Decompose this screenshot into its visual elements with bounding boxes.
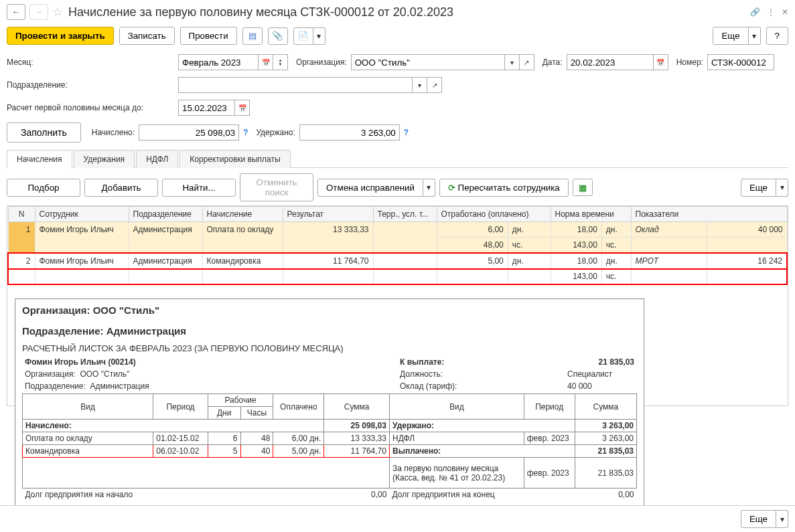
calc-calendar-icon[interactable]: 📅 [235, 100, 250, 116]
org-dropdown-icon[interactable]: ▾ [505, 54, 520, 70]
h-days: Дни [208, 407, 240, 420]
col-emp[interactable]: Сотрудник [35, 207, 129, 222]
h-vid: Вид [23, 394, 153, 420]
help-button[interactable]: ? [766, 27, 788, 45]
h-period: Период [153, 394, 208, 420]
paid-line-name: За первую половину месяца (Касса, вед. №… [389, 458, 524, 489]
table-row[interactable]: 2 Фомин Игорь Ильич Администрация Команд… [8, 253, 787, 269]
accrued-input[interactable] [139, 124, 239, 141]
cell-worked-d: 5,00 [437, 253, 508, 269]
org-input[interactable] [351, 54, 505, 70]
h-period2: Период [524, 394, 575, 420]
cell-norm-d: 18,00 [551, 222, 601, 238]
fill-button[interactable]: Заполнить [7, 122, 81, 143]
cell-terr [373, 222, 437, 254]
grid-settings-button[interactable]: ▦ [573, 179, 593, 196]
payslip-pos-value: Специалист [567, 369, 612, 379]
nav-back-button[interactable]: ← [7, 4, 25, 20]
col-dept[interactable]: Подразделение [129, 207, 202, 222]
ndfl-sum: 3 263,00 [575, 432, 636, 445]
grid-more-button[interactable]: Еще [741, 179, 776, 197]
number-input[interactable] [707, 54, 774, 70]
cell-norm-hu: чс. [601, 269, 631, 285]
payslip-topay-label: К выплате: [400, 357, 444, 367]
h-paid: Оплачено [273, 394, 324, 420]
cell-worked-hu [508, 269, 551, 285]
cell-empty [707, 269, 787, 285]
footer-more-button[interactable]: Еще [741, 510, 776, 528]
month-input[interactable] [178, 54, 259, 70]
write-button[interactable]: Записать [119, 27, 175, 45]
select-button[interactable]: Подбор [7, 179, 80, 197]
paperclip-icon: 📎 [272, 31, 283, 41]
withheld-total: 3 263,00 [602, 421, 634, 430]
star-icon[interactable]: ☆ [52, 5, 63, 19]
cell-dept: Администрация [129, 222, 202, 254]
submit-button[interactable]: Провести [180, 27, 237, 45]
date-calendar-icon[interactable]: 📅 [654, 54, 668, 70]
number-label: Номер: [676, 58, 703, 67]
col-ind[interactable]: Показатели [631, 207, 787, 222]
tab-corrections[interactable]: Корректировки выплаты [179, 150, 290, 168]
toolbar-more-button[interactable]: Еще [713, 27, 748, 45]
link-icon[interactable]: 🔗 [750, 7, 760, 17]
org-open-icon[interactable]: ↗ [520, 54, 534, 70]
nav-forward-button[interactable]: → [29, 4, 48, 20]
add-button[interactable]: Добавить [84, 179, 158, 197]
cancel-fix-button[interactable]: Отмена исправлений [317, 179, 423, 197]
dept-input[interactable] [178, 77, 413, 93]
date-input[interactable] [567, 54, 654, 70]
cancel-fix-dropdown[interactable]: ▾ [423, 179, 435, 197]
find-button[interactable]: Найти... [162, 179, 236, 197]
tab-ndfl[interactable]: НДФЛ [136, 150, 178, 168]
kebab-icon[interactable]: ⋮ [767, 7, 775, 17]
col-n[interactable]: N [8, 207, 35, 222]
month-calendar-icon[interactable]: 📅 [259, 54, 273, 70]
recalc-button[interactable]: ⟳ Пересчитать сотрудника [439, 179, 569, 197]
tab-accruals[interactable]: Начисления [7, 150, 72, 168]
h-vid2: Вид [389, 394, 524, 420]
debt-end: Долг предприятия на конец [389, 489, 575, 501]
line1-paid: 6,00 дн. [273, 432, 324, 445]
toolbar-more-dropdown[interactable]: ▾ [749, 27, 761, 45]
template-icon-button[interactable]: 📄 [293, 27, 313, 45]
cell-norm-hu: чс. [601, 238, 631, 254]
table-icon: ▦ [579, 183, 587, 193]
accruals-table[interactable]: N Сотрудник Подразделение Начисление Рез… [7, 206, 788, 285]
attach-icon-button[interactable]: 📎 [268, 27, 288, 45]
dept-dropdown-icon[interactable]: ▾ [413, 77, 427, 93]
footer-more-dropdown[interactable]: ▾ [776, 510, 788, 528]
line2-h: 40 [240, 445, 273, 458]
cell-empty [631, 269, 707, 285]
close-icon[interactable]: ✕ [782, 7, 788, 17]
col-norm[interactable]: Норма времени [551, 207, 631, 222]
cell-ind-val: 16 242 [707, 253, 787, 269]
cell-worked-h: 48,00 [437, 238, 508, 254]
report-icon-button[interactable]: ▤ [242, 27, 263, 45]
col-worked[interactable]: Отработано (оплачено) [437, 207, 551, 222]
template-dropdown[interactable]: ▾ [313, 27, 326, 45]
withheld-input[interactable] [299, 124, 400, 141]
withheld-help-icon[interactable]: ? [404, 128, 409, 137]
cell-worked-du: дн. [508, 253, 551, 269]
report-icon: ▤ [248, 31, 257, 41]
month-label: Месяц: [7, 58, 174, 67]
submit-close-button[interactable]: Провести и закрыть [7, 27, 114, 45]
payslip-left-dept-label: Подразделение: [25, 381, 86, 391]
accrued-total: 25 098,03 [351, 421, 386, 430]
cancel-search-button[interactable]: Отменить поиск [240, 173, 313, 201]
grid-more-dropdown[interactable]: ▾ [776, 179, 788, 197]
dept-open-icon[interactable]: ↗ [427, 77, 442, 93]
table-row[interactable]: 1 Фомин Игорь Ильич Администрация Оплата… [8, 222, 787, 238]
col-accr[interactable]: Начисление [202, 207, 283, 222]
calc-input[interactable] [178, 100, 235, 116]
month-stepper[interactable]: ▲▼ [273, 54, 288, 70]
line2-sum: 11 764,70 [324, 445, 390, 458]
payslip-left-dept-value: Администрация [90, 381, 149, 391]
h-sum: Сумма [324, 394, 390, 420]
accrued-help-icon[interactable]: ? [243, 128, 248, 137]
tab-withholdings[interactable]: Удержания [74, 150, 135, 168]
col-result[interactable]: Результат [283, 207, 373, 222]
payslip-left-org-value: ООО "Стиль" [80, 369, 129, 379]
col-terr[interactable]: Терр., усл. т... [373, 207, 437, 222]
